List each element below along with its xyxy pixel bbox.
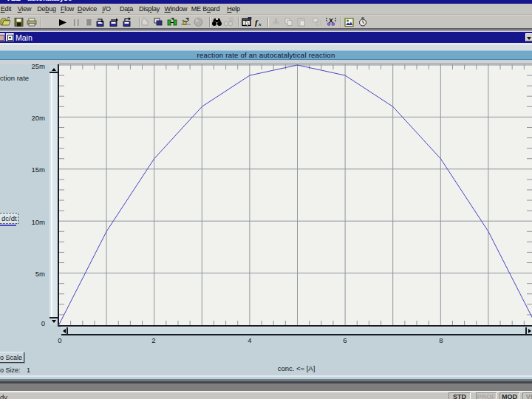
svg-text:x: x	[258, 21, 262, 27]
